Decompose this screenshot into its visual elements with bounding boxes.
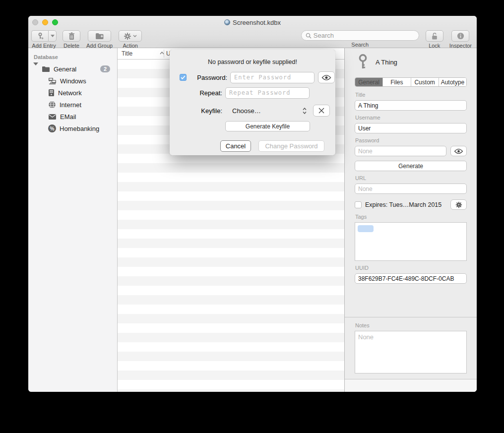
sidebar-item-internet[interactable]: Internet	[28, 99, 117, 111]
tags-field[interactable]	[355, 222, 467, 261]
minimize-button[interactable]	[42, 19, 48, 25]
eye-icon	[321, 74, 331, 81]
info-icon	[457, 32, 464, 40]
lock-item: Lock	[426, 30, 443, 49]
add-entry-button[interactable]	[31, 30, 48, 42]
window-chrome: Screenshot.kdbx Add Entr	[28, 16, 477, 48]
tab-general[interactable]: General	[355, 78, 382, 86]
dropdown-arrow-icon	[51, 35, 55, 38]
cancel-button[interactable]: Cancel	[220, 140, 251, 152]
dialog-message: No password or keyfile supplied!	[170, 59, 335, 65]
sidebar-item-network[interactable]: Network	[28, 87, 117, 99]
close-button[interactable]	[32, 19, 38, 25]
notes-section: Notes	[345, 317, 477, 379]
notes-field[interactable]	[355, 331, 467, 373]
change-password-dialog: No password or keyfile supplied! Passwor…	[170, 50, 335, 155]
keyfile-popup-button[interactable]: Choose…	[225, 107, 310, 115]
key-plus-icon	[36, 32, 44, 40]
change-password-button[interactable]: Change Password	[258, 140, 324, 152]
password-checkbox[interactable]	[180, 74, 187, 81]
add-entry-item: Add Entry	[31, 30, 57, 49]
search-input-wrap[interactable]: Search	[301, 30, 419, 41]
username-field[interactable]	[355, 123, 467, 133]
generate-button[interactable]: Generate	[355, 161, 467, 171]
folder-plus-icon	[95, 33, 104, 40]
add-entry-label: Add Entry	[32, 43, 56, 49]
entry-title: A Thing	[376, 59, 397, 66]
windows-icon	[48, 77, 57, 85]
url-field[interactable]	[355, 184, 467, 194]
globe-icon	[48, 101, 56, 109]
tab-custom[interactable]: Custom	[411, 78, 439, 86]
disclosure-triangle-icon[interactable]	[33, 65, 38, 73]
titlebar[interactable]: Screenshot.kdbx	[28, 16, 477, 29]
popup-stepper-icon	[303, 108, 307, 114]
delete-label: Delete	[63, 43, 79, 49]
sidebar-item-homebanking[interactable]: % Homebanking	[28, 123, 117, 134]
trash-icon	[68, 32, 75, 40]
check-icon	[181, 75, 186, 79]
lock-button[interactable]	[426, 30, 443, 42]
toolbar: Add Entry Delete Add Group	[28, 29, 477, 48]
window-title: Screenshot.kdbx	[233, 19, 281, 26]
tag-token[interactable]	[358, 225, 374, 232]
search-placeholder: Search	[314, 32, 334, 39]
column-header-title[interactable]: Title	[118, 50, 160, 57]
add-group-button[interactable]	[88, 30, 111, 42]
expires-settings-button[interactable]	[450, 199, 467, 210]
action-button[interactable]	[119, 30, 142, 42]
sidebar-item-windows[interactable]: Windows	[28, 75, 117, 87]
inspector-tabs: General Files Custom Autotype	[355, 77, 467, 87]
dialog-reveal-password-button[interactable]	[318, 71, 335, 83]
inspector-button[interactable]	[451, 30, 469, 42]
password-label: Password	[355, 137, 467, 143]
search-icon	[306, 33, 312, 39]
delete-button[interactable]	[63, 30, 80, 42]
dialog-password-label: Password:	[187, 74, 227, 81]
notes-label: Notes	[355, 322, 467, 328]
clear-keyfile-button[interactable]	[313, 105, 330, 117]
username-label: Username	[355, 115, 467, 121]
search-label: Search	[351, 42, 369, 48]
sidebar-item-label: Windows	[60, 77, 86, 85]
add-entry-dropdown-button[interactable]	[48, 30, 57, 42]
eye-icon	[454, 148, 463, 154]
envelope-icon	[48, 114, 57, 120]
sidebar-item-label: General	[54, 65, 76, 73]
keyfile-popup-value: Choose…	[232, 107, 261, 115]
gear-icon	[124, 32, 131, 40]
dialog-repeat-input[interactable]	[225, 87, 310, 99]
key-icon	[358, 54, 368, 70]
sidebar-header: Database	[28, 53, 117, 63]
zoom-button[interactable]	[52, 19, 58, 25]
window-title-group: Screenshot.kdbx	[224, 19, 281, 26]
dialog-keyfile-label: Keyfile:	[179, 107, 222, 115]
uuid-label: UUID	[355, 265, 467, 271]
password-field[interactable]	[355, 146, 446, 156]
tags-label: Tags	[355, 214, 467, 220]
lock-icon	[431, 32, 438, 40]
percent-icon: %	[48, 124, 56, 132]
traffic-lights	[32, 19, 58, 25]
reveal-password-button[interactable]	[450, 146, 467, 156]
generate-keyfile-button[interactable]: Generate Keyfile	[225, 121, 310, 131]
document-icon[interactable]	[224, 19, 230, 25]
uuid-field[interactable]	[355, 273, 467, 284]
tab-autotype[interactable]: Autotype	[439, 78, 466, 86]
add-group-label: Add Group	[86, 43, 113, 49]
close-x-icon	[318, 108, 324, 114]
inspector-panel: A Thing General Files Custom Autotype Ti…	[345, 48, 477, 392]
sidebar-item-email[interactable]: EMail	[28, 111, 117, 123]
entry-count-badge: 2	[100, 65, 110, 72]
inspector-footer	[345, 379, 477, 392]
dialog-repeat-label: Repeat:	[179, 89, 222, 97]
inspector-item: Inspector	[449, 30, 472, 49]
sidebar-item-general[interactable]: General 2	[28, 63, 117, 75]
folder-icon	[42, 66, 50, 72]
expires-checkbox[interactable]	[355, 201, 362, 208]
url-label: URL	[355, 175, 467, 181]
title-field[interactable]	[355, 100, 467, 111]
tab-files[interactable]: Files	[382, 78, 410, 86]
dialog-password-input[interactable]	[230, 72, 315, 83]
chevron-down-icon	[133, 35, 137, 37]
